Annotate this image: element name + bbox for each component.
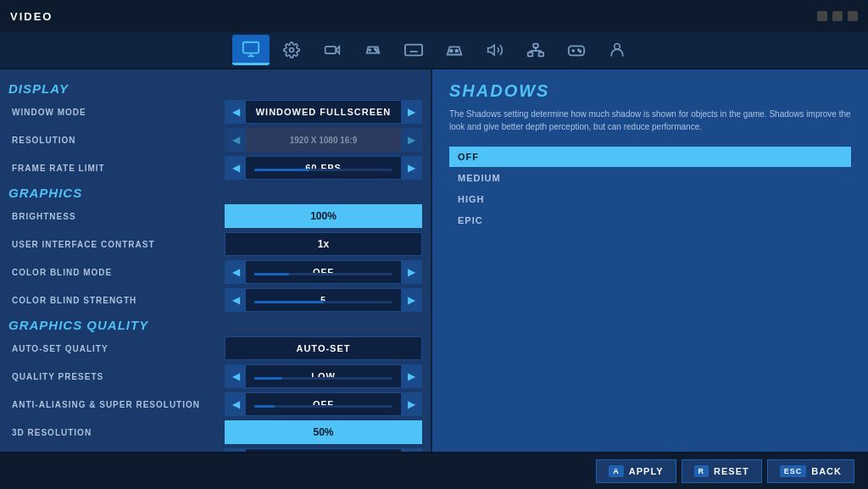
label-brightness: BRIGHTNESS [8,212,225,221]
network-icon [526,42,545,58]
color-blind-strength-next[interactable]: ▶ [401,289,421,311]
option-medium[interactable]: MEDIUM [449,168,851,188]
back-label: BACK [811,466,842,476]
setting-row-3d-resolution: 3D RESOLUTION 50% [8,420,422,445]
option-off[interactable]: OFF [449,147,851,167]
option-epic[interactable]: EPIC [449,210,851,231]
window-title: VIDEO [10,10,53,23]
controller-icon [364,41,382,59]
panel-title: SHADOWS [449,81,851,101]
audio-icon [487,42,504,58]
view-distance-prev[interactable]: ◀ [225,449,246,452]
control-window-mode: ◀ WINDOWED FULLSCREEN ▶ [225,100,422,124]
svg-point-3 [290,48,294,53]
label-resolution: RESOLUTION [8,136,225,145]
setting-row-frame-rate: FRAME RATE LIMIT ◀ 60 FPS ▶ [8,155,422,181]
anti-aliasing-next[interactable]: ▶ [401,393,421,415]
section-display: DISPLAY [8,81,422,96]
title-bar-left: VIDEO [10,10,53,23]
setting-row-ui-contrast: USER INTERFACE CONTRAST 1x [8,231,422,257]
apply-button[interactable]: A APPLY [596,459,676,483]
quality-presets-next[interactable]: ▶ [401,365,421,387]
window-controls [817,11,858,21]
control-ui-contrast[interactable]: 1x [225,232,422,256]
control-view-distance: ◀ NEAR ▶ [225,448,422,452]
control-color-blind-mode: ◀ OFF ▶ [225,260,422,284]
setting-row-quality-presets: QUALITY PRESETS ◀ LOW ▶ [8,364,422,389]
reset-button[interactable]: R RESET [682,459,762,483]
svg-rect-10 [405,45,422,56]
svg-rect-22 [539,53,544,57]
resolution-prev[interactable]: ◀ [225,129,246,151]
color-blind-mode-prev[interactable]: ◀ [225,261,246,283]
color-blind-strength-prev[interactable]: ◀ [225,289,246,311]
maximize-button[interactable] [832,11,843,21]
color-blind-mode-next[interactable]: ▶ [401,261,421,283]
close-button[interactable] [848,11,858,21]
main-content: DISPLAY WINDOW MODE ◀ WINDOWED FULLSCREE… [0,69,868,452]
window-mode-prev[interactable]: ◀ [225,101,246,123]
svg-rect-21 [528,53,533,57]
tab-network[interactable] [517,35,554,65]
tab-video2[interactable] [314,35,351,65]
svg-point-18 [450,50,453,53]
back-button[interactable]: ESC BACK [767,459,854,483]
control-anti-aliasing: ◀ OFF ▶ [225,392,422,416]
tab-account[interactable] [598,35,636,65]
view-distance-next[interactable]: ▶ [401,449,421,452]
label-anti-aliasing: ANTI-ALIASING & SUPER RESOLUTION [8,400,225,409]
svg-point-31 [580,51,581,53]
section-graphics-quality: GRAPHICS QUALITY [8,318,422,332]
gamepad2-icon [567,42,586,58]
control-auto-quality[interactable]: AUTO-SET [225,336,422,360]
tab-gamepad[interactable] [436,35,473,65]
window-mode-value: WINDOWED FULLSCREEN [246,107,401,117]
ui-contrast-value: 1x [318,238,329,250]
svg-rect-20 [533,44,538,48]
option-list: OFF MEDIUM HIGH EPIC [449,147,851,231]
svg-point-17 [455,50,458,53]
label-color-blind-mode: COLOR BLIND MODE [8,268,225,277]
setting-row-color-blind-mode: COLOR BLIND MODE ◀ OFF ▶ [8,259,422,285]
panel-description: The Shadows setting determine how much s… [449,108,851,133]
gear-icon [283,42,300,58]
section-graphics: GRAPHICS [8,186,422,200]
gamepad-icon [445,42,464,58]
setting-row-anti-aliasing: ANTI-ALIASING & SUPER RESOLUTION ◀ OFF ▶ [8,392,422,417]
tab-gamepad2[interactable] [558,35,595,65]
setting-row-brightness: BRIGHTNESS 100% [8,203,422,229]
label-color-blind-strength: COLOR BLIND STRENGTH [8,296,225,305]
label-3d-resolution: 3D RESOLUTION [8,428,225,437]
control-frame-rate: ◀ 60 FPS ▶ [225,156,422,180]
control-3d-resolution[interactable]: 50% [225,420,422,444]
svg-rect-0 [243,42,259,53]
apply-key: A [609,465,624,477]
color-blind-strength-value: 5 [246,295,401,305]
svg-rect-27 [569,46,584,55]
option-high[interactable]: HIGH [449,189,851,209]
reset-key: R [694,465,709,477]
setting-row-auto-quality: AUTO-SET QUALITY AUTO-SET [8,336,422,361]
resolution-value: 1920 X 1080 16:9 [290,136,358,145]
tab-keyboard[interactable] [395,35,432,65]
quality-presets-prev[interactable]: ◀ [225,365,246,387]
apply-label: APPLY [629,466,664,476]
reset-label: RESET [714,466,749,476]
right-panel: SHADOWS The Shadows setting determine ho… [432,69,868,452]
tab-display[interactable] [232,35,270,65]
label-window-mode: WINDOW MODE [8,108,225,117]
tab-settings[interactable] [273,35,310,65]
window-mode-next[interactable]: ▶ [401,101,421,123]
tab-audio[interactable] [476,35,514,65]
brightness-value: 100% [310,210,337,222]
tab-controller[interactable] [354,35,392,65]
resolution-next[interactable]: ▶ [401,129,421,151]
anti-aliasing-prev[interactable]: ◀ [225,393,246,415]
control-brightness[interactable]: 100% [225,204,422,228]
back-key: ESC [780,465,807,477]
minimize-button[interactable] [817,11,827,21]
setting-row-window-mode: WINDOW MODE ◀ WINDOWED FULLSCREEN ▶ [8,99,422,125]
frame-rate-next[interactable]: ▶ [401,157,421,179]
label-frame-rate: FRAME RATE LIMIT [8,164,225,173]
frame-rate-prev[interactable]: ◀ [225,157,246,179]
